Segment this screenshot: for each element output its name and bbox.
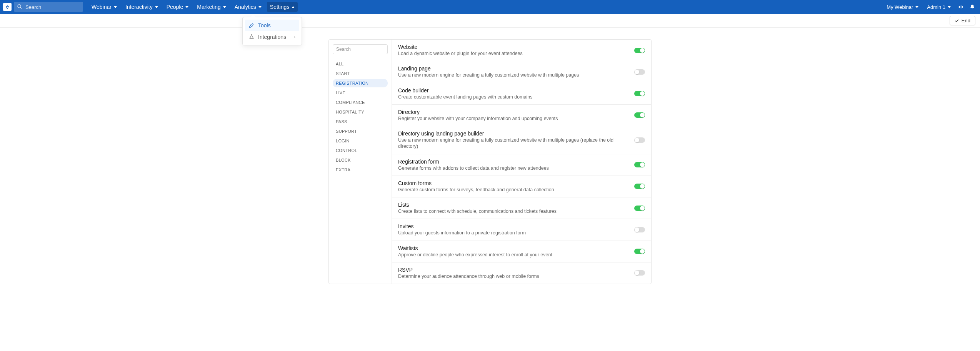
app-logo[interactable] <box>3 3 12 11</box>
global-search <box>14 2 83 12</box>
sidebar-item-hospitality[interactable]: HOSPITALITY <box>333 108 388 116</box>
setting-row: Custom formsGenerate custom forms for su… <box>392 176 651 197</box>
setting-title: Custom forms <box>398 180 634 186</box>
nav-item-webinar[interactable]: Webinar <box>88 2 120 12</box>
toggle-knob <box>640 206 645 211</box>
setting-title: Code builder <box>398 87 634 94</box>
notifications-button[interactable] <box>968 2 977 12</box>
setting-toggle[interactable] <box>634 91 645 96</box>
end-button-label: End <box>962 18 970 23</box>
sidebar-item-extra[interactable]: EXTRA <box>333 165 388 174</box>
setting-desc: Create customizable event landing pages … <box>398 94 634 100</box>
sidebar-item-live[interactable]: LIVE <box>333 89 388 97</box>
sidebar-item-support[interactable]: SUPPORT <box>333 127 388 135</box>
sidebar-item-pass[interactable]: PASS <box>333 117 388 126</box>
nav-item-settings[interactable]: Settings <box>267 2 298 12</box>
setting-title: Registration form <box>398 159 634 165</box>
toggle-knob <box>635 227 639 232</box>
toggle-knob <box>640 48 645 53</box>
nav-item-label: Webinar <box>92 4 112 10</box>
setting-text: Custom formsGenerate custom forms for su… <box>398 180 634 193</box>
nav-item-people[interactable]: People <box>163 2 192 12</box>
sidebar-item-registration[interactable]: REGISTRATION <box>333 79 388 87</box>
page: ALLSTARTREGISTRATIONLIVECOMPLIANCEHOSPIT… <box>0 28 980 284</box>
nav-my-webinar[interactable]: My Webinar <box>883 2 922 12</box>
setting-title: Website <box>398 44 634 50</box>
sidebar-item-login[interactable]: LOGIN <box>333 137 388 145</box>
setting-desc: Generate custom forms for surveys, feedb… <box>398 187 634 193</box>
setting-text: DirectoryRegister your website with your… <box>398 109 634 122</box>
global-search-input[interactable] <box>14 2 83 12</box>
setting-text: WaitlistsApprove or decline people who e… <box>398 245 634 258</box>
setting-toggle[interactable] <box>634 112 645 118</box>
sidebar-item-all[interactable]: ALL <box>333 60 388 68</box>
sidebar-search-input[interactable] <box>333 44 388 54</box>
setting-desc: Approve or decline people who expressed … <box>398 252 634 258</box>
top-nav: WebinarInteractivityPeopleMarketingAnaly… <box>0 0 980 14</box>
setting-text: Landing pageUse a new modern engine for … <box>398 65 634 78</box>
setting-toggle[interactable] <box>634 227 645 232</box>
setting-toggle[interactable] <box>634 48 645 53</box>
announcement-button[interactable] <box>956 2 965 12</box>
setting-desc: Use a new modern engine for creating a f… <box>398 137 634 150</box>
setting-title: Lists <box>398 202 634 208</box>
sidebar-item-start[interactable]: START <box>333 69 388 78</box>
setting-toggle[interactable] <box>634 249 645 254</box>
svg-point-0 <box>18 5 21 8</box>
setting-desc: Register your website with your company … <box>398 115 634 122</box>
setting-toggle[interactable] <box>634 69 645 75</box>
setting-text: Directory using landing page builderUse … <box>398 130 634 150</box>
toggle-knob <box>640 91 645 96</box>
setting-text: WebsiteLoad a dynamic website or plugin … <box>398 44 634 57</box>
setting-toggle[interactable] <box>634 184 645 189</box>
setting-row: InvitesUpload your guests information to… <box>392 219 651 241</box>
end-button[interactable]: End <box>950 16 975 25</box>
setting-toggle[interactable] <box>634 162 645 167</box>
nav-item-marketing[interactable]: Marketing <box>194 2 229 12</box>
nav-item-interactivity[interactable]: Interactivity <box>122 2 161 12</box>
sidebar-list: ALLSTARTREGISTRATIONLIVECOMPLIANCEHOSPIT… <box>333 60 388 174</box>
sidebar-item-compliance[interactable]: COMPLIANCE <box>333 98 388 107</box>
caret-down-icon <box>948 6 951 8</box>
nav-item-label: People <box>167 4 183 10</box>
nav-my-webinar-label: My Webinar <box>887 4 913 10</box>
caret-down-icon <box>155 6 158 8</box>
check-icon <box>955 18 959 23</box>
sidebar-item-control[interactable]: CONTROL <box>333 146 388 155</box>
setting-desc: Upload your guests information to a priv… <box>398 230 634 236</box>
toggle-knob <box>640 113 645 117</box>
setting-toggle[interactable] <box>634 137 645 143</box>
caret-down-icon <box>185 6 188 8</box>
setting-title: Directory <box>398 109 634 115</box>
setting-toggle[interactable] <box>634 206 645 211</box>
dropdown-item-integrations[interactable]: Integrations› <box>245 31 299 43</box>
toggle-knob <box>635 70 639 74</box>
nav-admin[interactable]: Admin 1 <box>924 2 954 12</box>
setting-row: Directory using landing page builderUse … <box>392 126 651 154</box>
caret-down-icon <box>114 6 117 8</box>
caret-down-icon <box>223 6 226 8</box>
nav-item-label: Marketing <box>197 4 220 10</box>
nav-item-label: Interactivity <box>125 4 153 10</box>
setting-desc: Determine your audience attendance throu… <box>398 273 634 279</box>
setting-row: ListsCreate lists to connect with schedu… <box>392 197 651 219</box>
dropdown-item-tools[interactable]: Tools <box>245 20 299 31</box>
setting-title: Directory using landing page builder <box>398 130 634 137</box>
nav-item-analytics[interactable]: Analytics <box>232 2 265 12</box>
toggle-knob <box>640 249 645 254</box>
toggle-knob <box>640 184 645 189</box>
setting-text: RSVPDetermine your audience attendance t… <box>398 267 634 279</box>
setting-toggle[interactable] <box>634 270 645 276</box>
setting-text: ListsCreate lists to connect with schedu… <box>398 202 634 214</box>
nav-right: My Webinar Admin 1 <box>883 2 977 12</box>
setting-title: Invites <box>398 223 634 229</box>
caret-down-icon <box>258 6 262 8</box>
nav-admin-label: Admin 1 <box>927 4 945 10</box>
bell-icon <box>970 4 975 10</box>
toggle-knob <box>635 138 639 142</box>
logo-icon <box>5 5 10 9</box>
setting-row: WebsiteLoad a dynamic website or plugin … <box>392 40 651 61</box>
toggle-knob <box>640 162 645 167</box>
sidebar-item-block[interactable]: BLOCK <box>333 156 388 164</box>
search-icon <box>17 4 22 9</box>
